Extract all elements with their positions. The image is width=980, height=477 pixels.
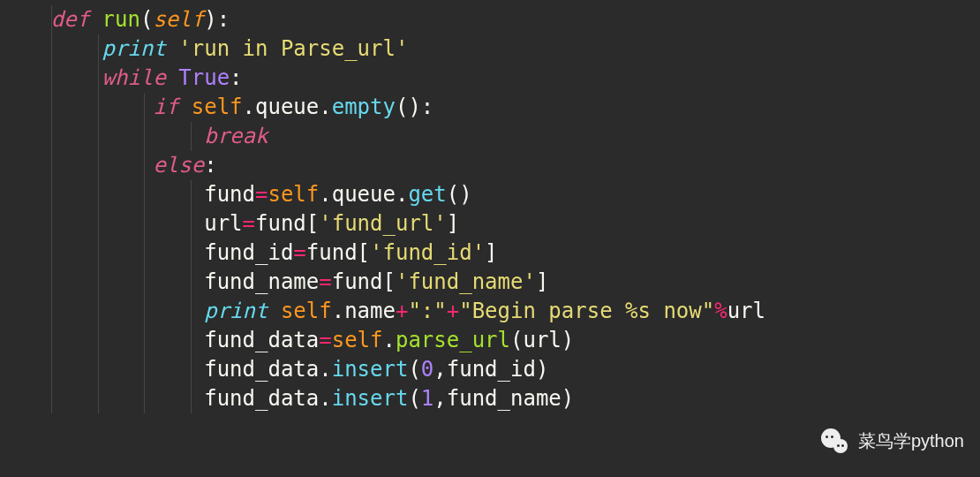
watermark-label: 菜鸟学python [858,427,964,456]
wechat-watermark: 菜鸟学python [821,427,964,456]
wechat-icon [821,428,851,455]
code-editor[interactable]: def run(self): print 'run in Parse_url' … [0,5,980,413]
